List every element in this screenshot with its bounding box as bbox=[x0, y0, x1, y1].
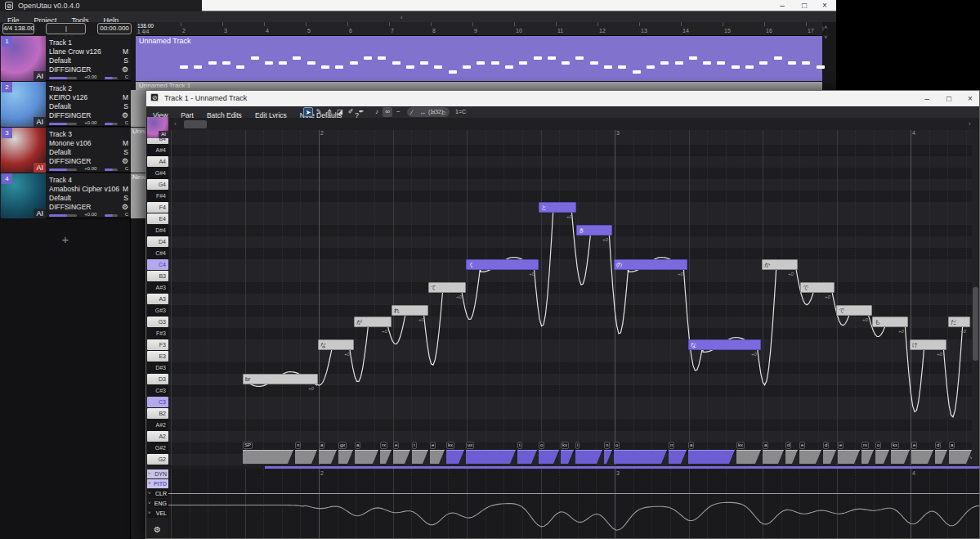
phoneme-label[interactable]: o bbox=[539, 442, 544, 449]
vscroll-down-icon[interactable]: ˅ bbox=[824, 34, 828, 41]
pan-slider[interactable] bbox=[105, 77, 118, 79]
piano-key-Gs4[interactable]: G#4 bbox=[147, 168, 168, 178]
vibrato-toggle[interactable]: +0 bbox=[602, 237, 608, 242]
piano-key-G3[interactable]: G3 bbox=[147, 317, 168, 327]
note[interactable]: br bbox=[243, 374, 318, 384]
vscroll-up-icon[interactable]: ˄ bbox=[824, 24, 828, 31]
phoneme-label[interactable]: kx bbox=[561, 442, 569, 449]
solo-button[interactable]: S bbox=[123, 102, 128, 111]
piano-key-B3[interactable]: B3 bbox=[147, 271, 168, 281]
phoneme-label[interactable]: t bbox=[517, 442, 522, 449]
piano-key-As4[interactable]: A#4 bbox=[147, 145, 168, 155]
chevron-down-icon[interactable]: ˅ bbox=[148, 479, 151, 488]
add-track-button[interactable]: + bbox=[57, 232, 74, 245]
piano-key-Gs2[interactable]: G#2 bbox=[147, 442, 168, 453]
part-new-part[interactable]: New Part bbox=[131, 173, 145, 218]
phoneme[interactable] bbox=[466, 450, 516, 464]
volume-slider[interactable] bbox=[49, 123, 77, 125]
note[interactable]: で bbox=[800, 282, 835, 293]
piano-key-Cs4[interactable]: C#4 bbox=[147, 248, 168, 258]
phoneme-label[interactable]: o bbox=[875, 442, 881, 449]
note[interactable]: な bbox=[318, 339, 354, 350]
piano-roll-vscrollbar[interactable] bbox=[972, 130, 979, 465]
phoneme-label[interactable]: a bbox=[688, 442, 694, 449]
piano-key-Gs3[interactable]: G#3 bbox=[147, 305, 168, 316]
phoneme[interactable] bbox=[614, 450, 667, 464]
expression-vel[interactable]: ˅VEL bbox=[147, 509, 168, 518]
play-tone-toggle[interactable]: ♪ bbox=[372, 107, 382, 117]
phoneme-label[interactable]: d bbox=[823, 442, 829, 449]
track-row-2[interactable]: 2AITrack 2KEIRO v126MDefaultSDIFFSINGER⚙… bbox=[0, 82, 131, 127]
piano-key-Cs3[interactable]: C#3 bbox=[147, 385, 168, 396]
phoneme-label[interactable]: ux bbox=[466, 442, 474, 449]
phoneme-label[interactable]: a bbox=[949, 442, 955, 449]
phoneme-label[interactable]: n bbox=[669, 442, 674, 449]
part-unnamed-track-2[interactable]: Unnamed Track 2 bbox=[131, 128, 145, 173]
track-row-3[interactable]: 3AITrack 3Monone v106MDefaultSDIFFSINGER… bbox=[0, 128, 131, 173]
volume-slider[interactable] bbox=[49, 77, 77, 79]
note[interactable]: か bbox=[762, 259, 798, 270]
track-row-4[interactable]: 4AITrack 4Amaboshi Cipher v106MDefaultSD… bbox=[0, 173, 131, 218]
vibrato-toggle[interactable]: +0 bbox=[898, 329, 904, 334]
pan-slider[interactable] bbox=[105, 168, 118, 171]
piano-key-As3[interactable]: A#3 bbox=[147, 282, 168, 293]
phoneme-label[interactable]: e bbox=[393, 442, 399, 449]
piano-key-Ds4[interactable]: D#4 bbox=[147, 225, 168, 236]
phoneme-label[interactable]: e bbox=[430, 442, 436, 449]
phoneme-label[interactable]: e bbox=[799, 442, 805, 449]
chevron-down-icon[interactable]: ˅ bbox=[148, 509, 151, 518]
phoneme-label[interactable]: a bbox=[319, 442, 324, 449]
vibrato-toggle[interactable]: +0 bbox=[382, 329, 387, 334]
vibrato-toggle[interactable]: +0 bbox=[960, 329, 966, 334]
phoneme-label[interactable]: e bbox=[838, 442, 844, 449]
singer-name[interactable]: Llane Crow v126 bbox=[49, 47, 101, 56]
expression-eng[interactable]: ˅ENG bbox=[147, 499, 168, 508]
phoneme-label[interactable]: t bbox=[412, 442, 417, 449]
expression-pitd[interactable]: ˅PITD bbox=[147, 479, 168, 488]
singer-name[interactable]: Monone v106 bbox=[49, 139, 92, 148]
slope-toggle[interactable]: ∕ bbox=[407, 108, 417, 118]
playback-buttons[interactable]: |◀▶❚❚▶| bbox=[46, 23, 86, 34]
phoneme-label[interactable]: d bbox=[935, 442, 941, 449]
note[interactable]: き bbox=[576, 225, 612, 236]
volume-slider[interactable] bbox=[49, 168, 77, 171]
close-button[interactable]: × bbox=[963, 93, 978, 104]
piano-key-C3[interactable]: C3 bbox=[147, 397, 168, 407]
track-row-1[interactable]: 1AITrack 1Llane Crow v126MDefaultSDIFFSI… bbox=[0, 36, 131, 81]
solo-button[interactable]: S bbox=[123, 56, 128, 65]
vibrato-toggle[interactable]: +0 bbox=[418, 317, 424, 322]
note[interactable]: だ bbox=[948, 317, 970, 327]
vibrato-toggle[interactable]: +0 bbox=[566, 214, 572, 219]
note-grid[interactable]: 234 br+0な+0が+0れ+0て+0く+0と+0き+0の+0な+0か+0で+… bbox=[168, 130, 979, 465]
arrangement-ruler[interactable]: 138.00 1 4/4 234567891011121314151617 bbox=[136, 22, 822, 36]
vibrato-toggle[interactable]: +0 bbox=[456, 294, 462, 299]
draw-pitch-tool[interactable]: ✐ bbox=[346, 107, 356, 117]
solo-button[interactable]: S bbox=[123, 148, 128, 157]
chevron-down-icon[interactable]: ˅ bbox=[148, 489, 151, 498]
vibrato-toggle[interactable]: +0 bbox=[529, 272, 535, 276]
vibrato-toggle[interactable]: +0 bbox=[308, 386, 314, 391]
phonemizer-name[interactable]: Default bbox=[49, 102, 71, 111]
overwrite-pitch-tool[interactable]: ✒ bbox=[356, 107, 366, 117]
pan-slider[interactable] bbox=[105, 123, 118, 125]
phoneme-label[interactable]: rx bbox=[380, 442, 387, 449]
phoneme-label[interactable]: o bbox=[614, 442, 620, 449]
piano-key-Ds3[interactable]: D#3 bbox=[147, 362, 168, 373]
phoneme-label[interactable]: m bbox=[861, 442, 869, 449]
piano-key-E4[interactable]: E4 bbox=[147, 213, 168, 224]
move-toggle[interactable]: ↔ bbox=[418, 108, 427, 118]
expression-clr[interactable]: ˅CLR bbox=[147, 489, 168, 498]
part-unnamed-track-1[interactable]: Unnamed Track 1 bbox=[136, 82, 822, 90]
piano-key-As2[interactable]: A#2 bbox=[147, 420, 168, 430]
piano-key-D3[interactable]: D3 bbox=[147, 374, 168, 384]
piano-key-B2[interactable]: B2 bbox=[147, 408, 168, 419]
singer-avatar[interactable]: AI bbox=[147, 117, 168, 138]
mute-button[interactable]: M bbox=[123, 139, 128, 148]
chevron-down-icon[interactable]: ˅ bbox=[148, 469, 151, 478]
piano-key-G2[interactable]: G2 bbox=[147, 454, 168, 465]
note[interactable]: く bbox=[466, 259, 539, 270]
expression-graph[interactable]: 234 bbox=[168, 469, 979, 538]
singer-name[interactable]: KEIRO v126 bbox=[49, 93, 87, 102]
phoneme[interactable] bbox=[688, 450, 735, 464]
vibrato-toggle[interactable]: +0 bbox=[344, 352, 350, 357]
